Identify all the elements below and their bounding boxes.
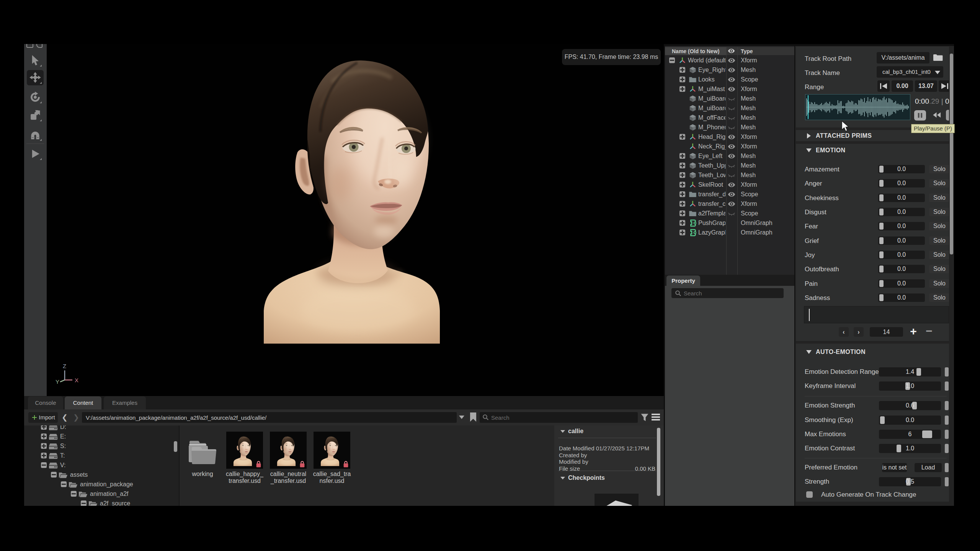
usd-thumbnail[interactable] — [270, 432, 307, 469]
solo-button[interactable]: Solo — [929, 165, 950, 173]
stage-row-Worlddefault[interactable]: World (defaultXform — [665, 56, 794, 65]
solo-button[interactable]: Solo — [929, 208, 950, 216]
clipped-field-widget[interactable] — [945, 430, 949, 439]
solo-button[interactable]: Solo — [929, 194, 950, 202]
emotion-slider[interactable]: 0.0 — [878, 265, 925, 273]
prev-page-button[interactable]: ‹ — [839, 327, 849, 337]
stage-expander-icon[interactable] — [679, 172, 685, 178]
stage-expander-icon[interactable] — [679, 201, 685, 207]
stage-expander-icon[interactable] — [679, 220, 685, 226]
auto-generate-checkbox[interactable] — [806, 491, 813, 498]
tree-item-animation_a2f[interactable]: animation_a2f — [24, 489, 179, 499]
clipped-field-widget[interactable] — [945, 463, 949, 472]
stage-expander-icon[interactable] — [679, 210, 685, 216]
emotion-slider[interactable]: 0.0 — [878, 251, 925, 259]
stage-row-Head_Rig_[interactable]: Head_Rig_Xform — [665, 132, 794, 142]
add-keyframe-button[interactable]: + — [909, 327, 918, 337]
tree-item-animation_package[interactable]: animation_package — [24, 480, 179, 489]
move-tool-button[interactable] — [27, 70, 44, 85]
stage-row-a2fTempla[interactable]: a2fTemplaScope — [665, 209, 794, 218]
forward-button[interactable]: ❯ — [73, 412, 80, 423]
stage-row-Eye_Left[interactable]: Eye_LeftMesh — [665, 152, 794, 161]
stage-row-Teeth_Low[interactable]: Teeth_LowMesh — [665, 171, 794, 180]
tree-expander-icon[interactable] — [81, 500, 87, 506]
solo-button[interactable]: Solo — [929, 179, 950, 187]
grid-item-usd-3[interactable]: callie_sad_tra nsfer.usd — [311, 429, 353, 502]
usd-thumbnail[interactable] — [314, 432, 350, 469]
tree-expander-icon[interactable] — [71, 491, 77, 497]
bookmark-icon[interactable] — [469, 412, 477, 422]
clipped-field-widget[interactable] — [945, 444, 949, 453]
auto-slider[interactable]: 1.0 — [879, 381, 941, 391]
viewport-3d[interactable]: FPS: 41.70, Frame time: 23.98 ms Z X Y — [47, 44, 664, 396]
stage-row-SkelRoot[interactable]: SkelRootXform — [665, 180, 794, 190]
emotion-slider[interactable]: 0.0 — [878, 222, 925, 230]
keyframe-strip[interactable] — [804, 306, 949, 323]
emotion-slider[interactable]: 0.0 — [878, 194, 925, 202]
tree-scrollbar[interactable] — [174, 441, 177, 452]
clipped-field-widget[interactable] — [945, 477, 949, 486]
auto-slider[interactable]: 0.6 — [879, 401, 941, 410]
visibility-column-icon[interactable] — [728, 48, 735, 54]
waveform-display[interactable] — [805, 94, 910, 120]
grid-item-usd-1[interactable]: callie_happy_ transfer.usd — [224, 429, 266, 502]
tree-item-V[interactable]: V: — [24, 461, 179, 470]
menu-icon[interactable] — [652, 414, 660, 421]
head-model[interactable] — [261, 57, 444, 348]
collapse-caret-icon[interactable] — [560, 477, 565, 479]
select-tool-button[interactable] — [27, 53, 44, 68]
snap-tool-button[interactable] — [27, 127, 44, 142]
tree-item-S[interactable]: S: — [24, 442, 179, 451]
range-start-value[interactable]: 0.00 — [892, 80, 913, 92]
clipped-field-widget[interactable] — [945, 401, 949, 410]
skip-to-start-button[interactable] — [877, 80, 890, 92]
stage-expander-icon[interactable] — [679, 163, 685, 168]
remove-keyframe-button[interactable]: − — [924, 327, 934, 337]
solo-button[interactable]: Solo — [929, 222, 950, 230]
grid-item-usd-2[interactable]: callie_neutral _transfer.usd — [267, 429, 309, 502]
emotion-slider[interactable]: 0.0 — [878, 293, 925, 302]
stage-row-PushGrapl[interactable]: PushGraplOmniGraph — [665, 218, 794, 228]
stage-row-M_Phonen[interactable]: M_PhonenMesh — [665, 123, 794, 132]
tree-item-E[interactable]: E: — [24, 432, 179, 442]
clipped-field-widget[interactable] — [945, 381, 949, 391]
stage-expander-icon[interactable] — [679, 86, 685, 92]
auto-slider[interactable]: 0.0 — [879, 416, 941, 425]
emotion-slider[interactable]: 0.0 — [878, 279, 925, 288]
back-button[interactable]: ❮ — [61, 412, 68, 423]
stage-row-transfer_c[interactable]: transfer_cXform — [665, 199, 794, 209]
tab-examples[interactable]: Examples — [104, 396, 146, 409]
solo-button[interactable]: Solo — [929, 251, 950, 259]
emotion-slider[interactable]: 0.0 — [878, 179, 925, 187]
stage-expander-icon[interactable] — [679, 67, 685, 73]
page-number-field[interactable]: 14 — [870, 327, 903, 337]
stage-row-M_uiMast[interactable]: M_uiMastXform — [665, 85, 794, 94]
solo-button[interactable]: Solo — [929, 236, 950, 245]
tree-expander-icon[interactable] — [51, 472, 57, 478]
emotion-slider[interactable]: 0.0 — [878, 208, 925, 216]
stage-expander-icon[interactable] — [679, 153, 685, 159]
collapse-caret-icon[interactable] — [560, 430, 565, 433]
path-dropdown-icon[interactable] — [459, 416, 464, 419]
play-tool-button[interactable] — [27, 146, 44, 161]
track-name-dropdown[interactable]: cal_bp3_ch01_int0 — [877, 66, 943, 78]
clipped-field-widget[interactable] — [945, 367, 949, 377]
solo-button[interactable]: Solo — [929, 265, 950, 273]
grid-item-folder-0[interactable]: working — [181, 429, 224, 502]
rewind-icon[interactable] — [932, 112, 941, 118]
property-search-input[interactable] — [684, 288, 779, 298]
stage-row-M_offFace[interactable]: M_offFaceMesh — [665, 113, 794, 123]
tree-item-assets[interactable]: assets — [24, 470, 179, 480]
stage-row-Neck_Rig_[interactable]: Neck_Rig_Xform — [665, 142, 794, 152]
stage-row-Looks[interactable]: LooksScope — [665, 75, 794, 85]
stage-row-M_uiBoard[interactable]: M_uiBoardMesh — [665, 104, 794, 113]
stage-expander-icon[interactable] — [679, 182, 685, 187]
import-button[interactable]: Import — [28, 412, 58, 423]
tree-expander-icon[interactable] — [41, 462, 47, 468]
next-page-button[interactable]: › — [854, 327, 864, 337]
tab-property[interactable]: Property — [666, 276, 700, 286]
stage-expander-icon[interactable] — [679, 77, 685, 82]
range-end-value[interactable]: 13.07 — [915, 80, 937, 92]
content-search-input[interactable] — [491, 412, 633, 423]
tree-expander-icon[interactable] — [41, 443, 47, 449]
